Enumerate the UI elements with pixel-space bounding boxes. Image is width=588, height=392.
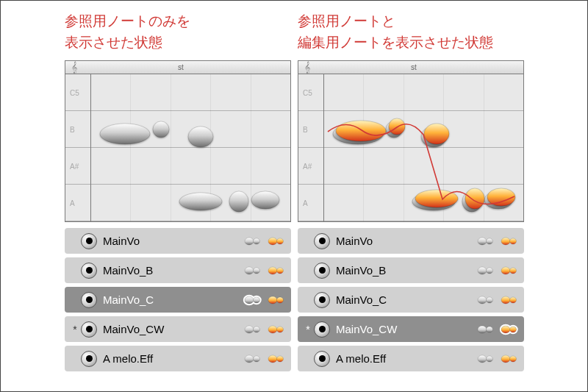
edit-notes-toggle-icon[interactable] xyxy=(266,353,285,365)
reference-notes-toggle-icon[interactable] xyxy=(476,324,495,335)
svg-point-14 xyxy=(424,124,449,144)
reference-notes-toggle-icon[interactable] xyxy=(243,294,262,306)
reference-notes-toggle-icon[interactable] xyxy=(243,324,262,335)
svg-point-48 xyxy=(478,296,487,304)
reference-notes-toggle-icon[interactable] xyxy=(476,294,495,306)
track-row[interactable]: MainVo xyxy=(298,228,524,254)
reference-notes-toggle-icon[interactable] xyxy=(243,353,262,365)
note-blob-reference[interactable] xyxy=(99,123,151,145)
record-enable-button[interactable] xyxy=(81,292,97,308)
svg-point-2 xyxy=(188,126,213,147)
note-editor-panel-reference-only[interactable]: 𝄞 st C5BA#A xyxy=(65,60,291,222)
reference-notes-toggle-icon[interactable] xyxy=(243,235,262,247)
pitch-label: C5 xyxy=(303,88,312,96)
svg-point-21 xyxy=(277,238,284,244)
track-name-label: MainVo_C xyxy=(336,293,476,306)
record-enable-button[interactable] xyxy=(314,351,330,367)
track-row[interactable]: MainVo_C xyxy=(65,287,291,313)
note-blob-reference[interactable] xyxy=(179,192,223,211)
svg-point-45 xyxy=(487,268,493,274)
svg-point-39 xyxy=(277,356,284,362)
track-row[interactable]: A melo.Eff xyxy=(298,346,524,371)
record-enable-button[interactable] xyxy=(314,292,330,308)
note-blob-edit[interactable] xyxy=(465,188,485,210)
svg-point-56 xyxy=(501,326,510,333)
edit-notes-toggle-icon[interactable] xyxy=(499,353,518,365)
edit-notes-toggle-icon[interactable] xyxy=(499,265,518,277)
edit-notes-toggle-icon[interactable] xyxy=(266,265,285,277)
record-enable-button[interactable] xyxy=(314,233,330,249)
svg-point-15 xyxy=(415,190,458,207)
svg-point-13 xyxy=(389,118,405,135)
edit-notes-toggle-icon[interactable] xyxy=(499,235,518,247)
track-starred-indicator: * xyxy=(71,324,79,335)
track-row[interactable]: MainVo xyxy=(65,228,291,254)
svg-point-53 xyxy=(487,327,493,332)
note-blob-edit[interactable] xyxy=(335,120,387,142)
note-blob-edit[interactable] xyxy=(415,189,459,208)
note-canvas[interactable] xyxy=(323,74,523,221)
edit-notes-toggle-icon[interactable] xyxy=(266,235,285,247)
edit-notes-toggle-icon[interactable] xyxy=(499,324,518,335)
reference-notes-toggle-icon[interactable] xyxy=(476,235,495,247)
svg-point-1 xyxy=(153,121,169,138)
note-blob-edit[interactable] xyxy=(423,123,450,145)
reference-notes-toggle-icon[interactable] xyxy=(476,265,495,277)
ruler-mark: st xyxy=(411,63,417,71)
svg-point-43 xyxy=(510,238,517,244)
svg-point-23 xyxy=(254,268,260,274)
timeline-ruler[interactable]: 𝄞 st xyxy=(298,61,523,74)
svg-point-60 xyxy=(501,355,510,363)
track-list-left: MainVoMainVo_BMainVo_C*MainVo_CWA melo.E… xyxy=(65,228,291,375)
svg-point-16 xyxy=(465,188,484,209)
edit-notes-toggle-icon[interactable] xyxy=(266,324,285,335)
note-canvas[interactable] xyxy=(90,74,290,221)
record-enable-button[interactable] xyxy=(81,321,97,338)
caption-right: 参照用ノートと 編集用ノートを表示させた状態 xyxy=(298,10,493,54)
track-row[interactable]: MainVo_B xyxy=(298,257,524,283)
track-name-label: MainVo_C xyxy=(103,293,243,306)
track-row[interactable]: A melo.Eff xyxy=(65,346,291,371)
note-blob-reference[interactable] xyxy=(229,190,249,213)
reference-notes-toggle-icon[interactable] xyxy=(476,353,495,365)
track-list-right: MainVoMainVo_BMainVo_C*MainVo_CWA melo.E… xyxy=(298,228,524,375)
svg-point-37 xyxy=(254,356,260,362)
svg-point-25 xyxy=(277,268,284,274)
track-row[interactable]: *MainVo_CW xyxy=(65,316,291,342)
record-enable-button[interactable] xyxy=(314,321,330,338)
track-row[interactable]: *MainVo_CW xyxy=(298,316,524,342)
track-name-label: A melo.Eff xyxy=(103,352,243,365)
note-editor-panel-reference-and-edit[interactable]: 𝄞 st C5BA#A xyxy=(298,60,524,222)
svg-point-29 xyxy=(254,297,260,303)
record-enable-button[interactable] xyxy=(81,351,97,367)
svg-point-30 xyxy=(268,296,277,304)
note-blob-reference[interactable] xyxy=(251,190,280,210)
record-enable-button[interactable] xyxy=(81,233,97,249)
svg-point-31 xyxy=(277,297,284,303)
svg-point-28 xyxy=(245,296,254,304)
clef-icon: 𝄞 xyxy=(304,61,310,74)
note-blob-edit[interactable] xyxy=(388,118,406,135)
svg-point-36 xyxy=(245,355,254,363)
svg-point-5 xyxy=(251,191,279,209)
track-name-label: MainVo xyxy=(336,235,476,247)
record-enable-button[interactable] xyxy=(81,263,97,279)
svg-point-52 xyxy=(478,326,487,333)
note-blob-reference[interactable] xyxy=(152,121,170,138)
timeline-ruler[interactable]: 𝄞 st xyxy=(65,61,290,74)
track-row[interactable]: MainVo_B xyxy=(65,257,291,283)
track-row[interactable]: MainVo_C xyxy=(298,287,524,313)
edit-notes-toggle-icon[interactable] xyxy=(266,294,285,306)
svg-point-32 xyxy=(245,326,254,333)
svg-point-33 xyxy=(254,327,260,332)
svg-point-3 xyxy=(179,193,222,210)
reference-notes-toggle-icon[interactable] xyxy=(243,265,262,277)
record-enable-button[interactable] xyxy=(314,263,330,279)
svg-point-35 xyxy=(277,327,284,332)
edit-notes-toggle-icon[interactable] xyxy=(499,294,518,306)
note-blob-edit[interactable] xyxy=(487,188,516,207)
svg-point-40 xyxy=(478,238,487,245)
svg-point-24 xyxy=(268,267,277,274)
note-blob-reference[interactable] xyxy=(187,126,214,148)
pitch-label: A xyxy=(303,199,308,207)
